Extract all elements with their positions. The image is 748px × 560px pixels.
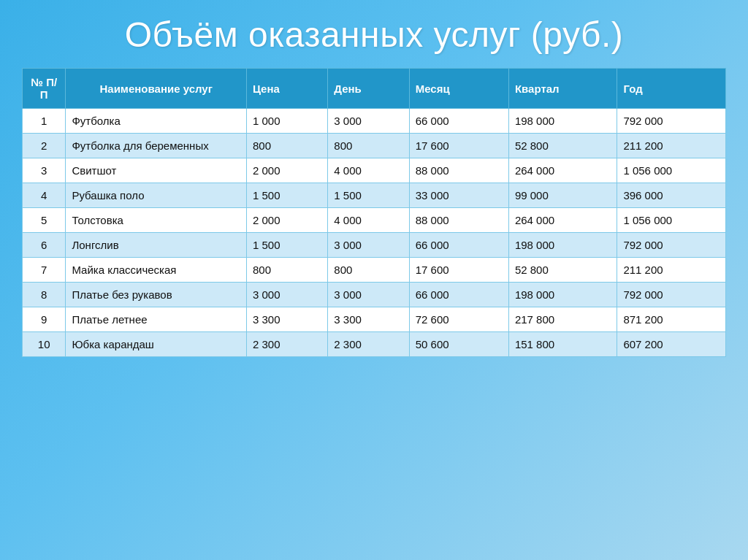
cell-day: 3 300 [328, 307, 409, 332]
cell-year: 211 200 [617, 258, 726, 283]
header-num: № П/ П [23, 69, 66, 109]
cell-month: 72 600 [409, 307, 508, 332]
cell-quarter: 217 800 [508, 307, 617, 332]
cell-year: 1 056 000 [617, 208, 726, 233]
cell-name: Майка классическая [66, 258, 247, 283]
cell-month: 33 000 [409, 183, 508, 208]
cell-price: 2 000 [246, 158, 327, 183]
cell-name: Платье без рукавов [66, 283, 247, 307]
cell-year: 792 000 [617, 109, 726, 134]
cell-num: 9 [23, 307, 66, 332]
cell-price: 1 500 [246, 233, 327, 258]
cell-year: 792 000 [617, 283, 726, 307]
cell-price: 2 300 [246, 332, 327, 357]
cell-month: 66 000 [409, 283, 508, 307]
cell-num: 5 [23, 208, 66, 233]
cell-name: Футболка [66, 109, 247, 134]
page-title: Объём оказанных услуг (руб.) [22, 15, 726, 55]
cell-year: 607 200 [617, 332, 726, 357]
cell-price: 800 [246, 258, 327, 283]
cell-price: 1 500 [246, 183, 327, 208]
cell-day: 4 000 [328, 208, 409, 233]
cell-year: 396 000 [617, 183, 726, 208]
cell-name: Рубашка поло [66, 183, 247, 208]
services-table: № П/ П Наименование услуг Цена День Меся… [22, 68, 726, 357]
table-row: 9Платье летнее3 3003 30072 600217 800871… [23, 307, 726, 332]
cell-num: 1 [23, 109, 66, 134]
cell-day: 800 [328, 258, 409, 283]
cell-price: 1 000 [246, 109, 327, 134]
cell-price: 3 300 [246, 307, 327, 332]
cell-quarter: 198 000 [508, 283, 617, 307]
cell-day: 3 000 [328, 233, 409, 258]
header-year: Год [617, 69, 726, 109]
table-row: 3Свитшот2 0004 00088 000264 0001 056 000 [23, 158, 726, 183]
table-body: 1Футболка1 0003 00066 000198 000792 0002… [23, 109, 726, 357]
table-container: № П/ П Наименование услуг Цена День Меся… [22, 68, 726, 545]
cell-month: 17 600 [409, 258, 508, 283]
cell-name: Толстовка [66, 208, 247, 233]
cell-num: 4 [23, 183, 66, 208]
header-day: День [328, 69, 409, 109]
cell-quarter: 264 000 [508, 208, 617, 233]
cell-day: 4 000 [328, 158, 409, 183]
table-row: 7Майка классическая80080017 60052 800211… [23, 258, 726, 283]
cell-month: 17 600 [409, 134, 508, 158]
page-wrapper: Объём оказанных услуг (руб.) № П/ П Наим… [0, 0, 748, 560]
cell-day: 3 000 [328, 109, 409, 134]
cell-num: 7 [23, 258, 66, 283]
header-month: Месяц [409, 69, 508, 109]
cell-price: 800 [246, 134, 327, 158]
cell-quarter: 99 000 [508, 183, 617, 208]
table-row: 2Футболка для беременных80080017 60052 8… [23, 134, 726, 158]
cell-quarter: 52 800 [508, 134, 617, 158]
cell-month: 88 000 [409, 158, 508, 183]
cell-year: 871 200 [617, 307, 726, 332]
cell-quarter: 52 800 [508, 258, 617, 283]
cell-price: 2 000 [246, 208, 327, 233]
cell-day: 2 300 [328, 332, 409, 357]
cell-num: 3 [23, 158, 66, 183]
header-price: Цена [246, 69, 327, 109]
table-header-row: № П/ П Наименование услуг Цена День Меся… [23, 69, 726, 109]
cell-name: Свитшот [66, 158, 247, 183]
table-row: 4Рубашка поло1 5001 50033 00099 000396 0… [23, 183, 726, 208]
cell-quarter: 264 000 [508, 158, 617, 183]
cell-year: 792 000 [617, 233, 726, 258]
cell-name: Платье летнее [66, 307, 247, 332]
cell-year: 211 200 [617, 134, 726, 158]
cell-num: 8 [23, 283, 66, 307]
cell-month: 66 000 [409, 109, 508, 134]
cell-name: Лонгслив [66, 233, 247, 258]
cell-day: 3 000 [328, 283, 409, 307]
cell-name: Юбка карандаш [66, 332, 247, 357]
table-row: 8Платье без рукавов3 0003 00066 000198 0… [23, 283, 726, 307]
header-name: Наименование услуг [66, 69, 247, 109]
table-row: 6Лонгслив1 5003 00066 000198 000792 000 [23, 233, 726, 258]
cell-num: 6 [23, 233, 66, 258]
table-row: 10Юбка карандаш2 3002 30050 600151 80060… [23, 332, 726, 357]
cell-day: 800 [328, 134, 409, 158]
cell-price: 3 000 [246, 283, 327, 307]
cell-quarter: 198 000 [508, 109, 617, 134]
table-row: 1Футболка1 0003 00066 000198 000792 000 [23, 109, 726, 134]
cell-month: 50 600 [409, 332, 508, 357]
cell-quarter: 198 000 [508, 233, 617, 258]
cell-day: 1 500 [328, 183, 409, 208]
cell-name: Футболка для беременных [66, 134, 247, 158]
cell-num: 2 [23, 134, 66, 158]
table-row: 5Толстовка2 0004 00088 000264 0001 056 0… [23, 208, 726, 233]
cell-month: 66 000 [409, 233, 508, 258]
cell-quarter: 151 800 [508, 332, 617, 357]
cell-month: 88 000 [409, 208, 508, 233]
cell-num: 10 [23, 332, 66, 357]
header-quarter: Квартал [508, 69, 617, 109]
cell-year: 1 056 000 [617, 158, 726, 183]
